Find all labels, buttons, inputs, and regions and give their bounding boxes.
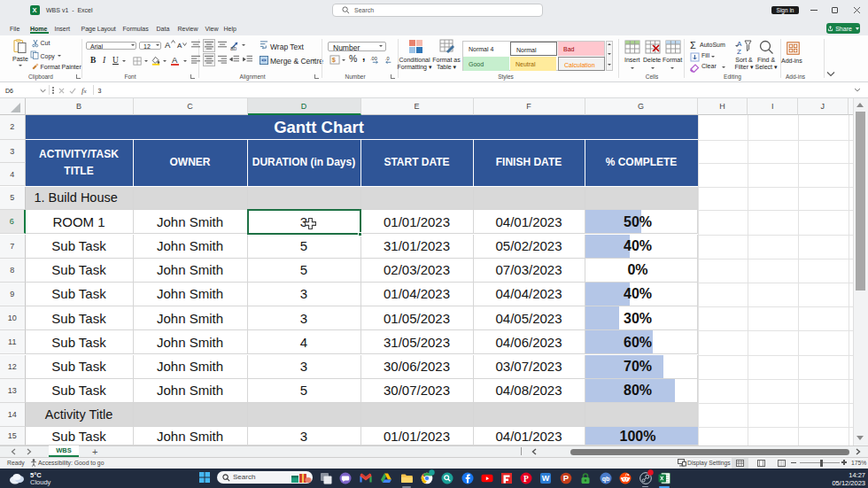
svg-text:P: P (563, 473, 570, 483)
svg-text:$: $ (332, 56, 336, 64)
svg-text:A: A (737, 40, 742, 48)
svg-text:P: P (523, 474, 529, 483)
svg-text:.00: .00 (370, 56, 377, 61)
svg-text:qb: qb (602, 475, 610, 482)
svg-text:.0: .0 (385, 56, 390, 61)
svg-text:W: W (542, 474, 550, 483)
svg-text:ab: ab (230, 45, 237, 51)
svg-text:Z: Z (737, 48, 741, 55)
